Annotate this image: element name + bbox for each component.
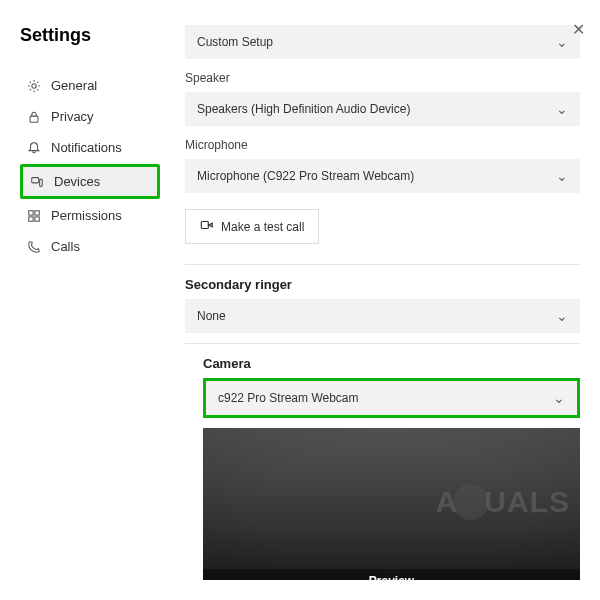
chevron-down-icon: ⌄	[556, 34, 568, 50]
camera-dropdown[interactable]: c922 Pro Stream Webcam ⌄	[203, 378, 580, 418]
sidebar-item-calls[interactable]: Calls	[20, 232, 160, 261]
sidebar-item-notifications[interactable]: Notifications	[20, 133, 160, 162]
svg-rect-1	[30, 116, 38, 122]
chevron-down-icon: ⌄	[556, 168, 568, 184]
close-icon: ✕	[572, 21, 585, 38]
chevron-down-icon: ⌄	[553, 390, 565, 406]
dropdown-value: Speakers (High Definition Audio Device)	[197, 102, 410, 116]
microphone-dropdown[interactable]: Microphone (C922 Pro Stream Webcam) ⌄	[185, 159, 580, 193]
dropdown-value: c922 Pro Stream Webcam	[218, 391, 359, 405]
svg-rect-7	[34, 216, 38, 220]
device-icon	[29, 174, 44, 189]
sidebar-item-label: Notifications	[51, 140, 122, 155]
app-icon	[26, 208, 41, 223]
sidebar-item-label: Permissions	[51, 208, 122, 223]
dropdown-value: Custom Setup	[197, 35, 273, 49]
dropdown-value: None	[197, 309, 226, 323]
sidebar-item-label: Calls	[51, 239, 80, 254]
make-test-call-button[interactable]: Make a test call	[185, 209, 319, 244]
divider	[185, 264, 580, 265]
secondary-ringer-dropdown[interactable]: None ⌄	[185, 299, 580, 333]
phone-icon	[26, 239, 41, 254]
sidebar-item-label: Privacy	[51, 109, 94, 124]
page-title: Settings	[20, 25, 160, 46]
watermark-suffix: UALS	[484, 485, 570, 519]
divider	[185, 343, 580, 344]
preview-label: Preview	[203, 569, 580, 580]
lock-icon	[26, 109, 41, 124]
svg-rect-2	[31, 177, 38, 182]
svg-rect-3	[39, 179, 42, 186]
watermark: A UALS	[436, 484, 570, 520]
sidebar-item-label: General	[51, 78, 97, 93]
speaker-label: Speaker	[185, 71, 580, 85]
secondary-ringer-label: Secondary ringer	[185, 277, 580, 292]
sidebar-item-general[interactable]: General	[20, 71, 160, 100]
sidebar-item-permissions[interactable]: Permissions	[20, 201, 160, 230]
svg-rect-5	[34, 210, 38, 214]
svg-point-0	[31, 83, 35, 87]
button-label: Make a test call	[221, 220, 304, 234]
camera-label: Camera	[203, 356, 580, 371]
chevron-down-icon: ⌄	[556, 308, 568, 324]
svg-rect-8	[201, 222, 208, 229]
dropdown-value: Microphone (C922 Pro Stream Webcam)	[197, 169, 414, 183]
video-call-icon	[200, 218, 214, 235]
sidebar-item-privacy[interactable]: Privacy	[20, 102, 160, 131]
chevron-down-icon: ⌄	[556, 101, 568, 117]
bell-icon	[26, 140, 41, 155]
gear-icon	[26, 78, 41, 93]
sidebar-item-label: Devices	[54, 174, 100, 189]
speaker-dropdown[interactable]: Speakers (High Definition Audio Device) …	[185, 92, 580, 126]
nav-list: General Privacy Notifications Devices	[20, 71, 160, 261]
microphone-label: Microphone	[185, 138, 580, 152]
close-button[interactable]: ✕	[572, 20, 585, 39]
sidebar: Settings General Privacy Notifications	[20, 25, 170, 580]
audio-profile-dropdown[interactable]: Custom Setup ⌄	[185, 25, 580, 59]
sidebar-item-devices[interactable]: Devices	[20, 164, 160, 199]
svg-rect-6	[28, 216, 32, 220]
svg-rect-4	[28, 210, 32, 214]
